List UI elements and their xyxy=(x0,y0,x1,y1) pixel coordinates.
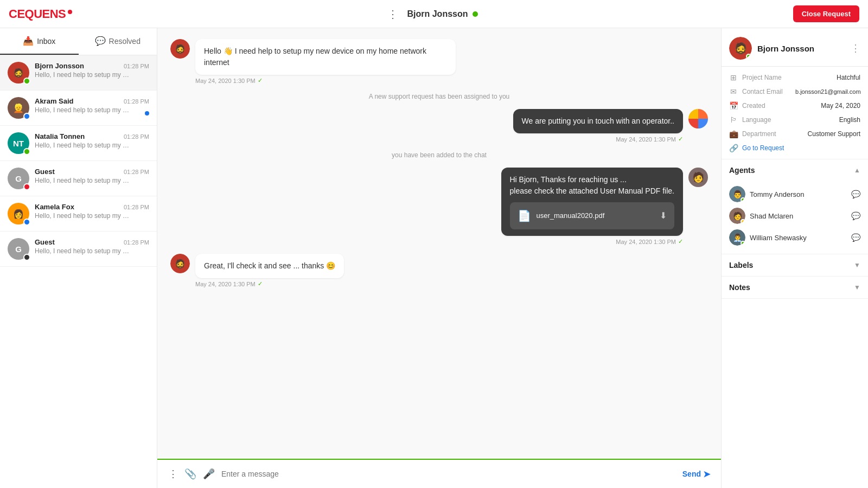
convo-name-1: Bjorn Jonsson xyxy=(35,62,84,70)
convo-item-4[interactable]: G Guest 01:28 PM Hello, I need help to s… xyxy=(0,161,157,196)
msg-timestamp-3: May 24, 2020 1:30 PM xyxy=(616,239,676,245)
email-icon: ✉ xyxy=(729,87,738,96)
info-row-email: ✉ Contact Email b.jonsson21@gmail.com xyxy=(729,87,860,96)
convo-item-6[interactable]: G Guest 01:28 PM Hello, I need help to s… xyxy=(0,232,157,267)
read-check-2: ✓ xyxy=(678,136,683,143)
attachment-icon[interactable]: 📎 xyxy=(184,468,196,480)
msg-bubble-2: We are putting you in touch with an oper… xyxy=(513,109,683,133)
status-badge-1 xyxy=(23,78,30,85)
avatar-guest2: G xyxy=(15,245,22,254)
msg-text-3: Hi Bjorn, Thanks for reaching us ...plea… xyxy=(510,174,675,197)
convo-preview-2: Hello, I need help to setup my new devic… xyxy=(35,106,132,114)
chat-area: 🧔 Hello 👋 I need help to setup my new de… xyxy=(157,28,722,488)
convo-time-2: 01:28 PM xyxy=(124,98,149,105)
msg-text-2: We are putting you in touch with an oper… xyxy=(522,117,674,125)
header-center: ⋮ Bjorn Jonsson xyxy=(387,8,477,21)
send-label: Send xyxy=(682,470,701,478)
info-row-created: 📅 Created May 24, 2020 xyxy=(729,101,860,110)
convo-preview-5: Hello, I need help to setup my new devic… xyxy=(35,212,132,220)
unread-indicator-2 xyxy=(145,111,149,115)
header-three-dots[interactable]: ⋮ xyxy=(387,8,398,21)
msg-content-3: Hi Bjorn, Thanks for reaching us ...plea… xyxy=(501,168,684,245)
avatar-natalia: NT xyxy=(13,139,24,148)
agent-message-icon-tommy[interactable]: 💬 xyxy=(851,190,860,198)
msg-time-2: May 24, 2020 1:30 PM ✓ xyxy=(513,136,683,143)
avatar-kamela: 👩 xyxy=(13,209,24,219)
msg-content-4: Great, I'll check it and see ... thanks … xyxy=(195,254,344,287)
convo-time-4: 01:28 PM xyxy=(124,169,149,175)
msg-bubble-4: Great, I'll check it and see ... thanks … xyxy=(195,254,344,278)
send-button[interactable]: Send ➤ xyxy=(682,469,710,479)
left-sidebar: 📥 Inbox 💬 Resolved 🧔 Bjorn Jons xyxy=(0,28,157,488)
agent-row-william: 👨‍💼 William Shewasky 💬 xyxy=(729,227,860,248)
convo-info-3: Natalia Tonnen 01:28 PM Hello, I need he… xyxy=(35,132,149,149)
agent-message-icon-william[interactable]: 💬 xyxy=(851,233,860,242)
notes-header[interactable]: Notes ▼ xyxy=(722,277,868,298)
message-input[interactable] xyxy=(221,466,676,481)
convo-info-1: Bjorn Jonsson 01:28 PM Hello, I need hel… xyxy=(35,62,149,79)
convo-item-2[interactable]: 👱 Akram Said 01:28 PM Hello, I need help… xyxy=(0,91,157,126)
convo-preview-1: Hello, I need help to setup my new devic… xyxy=(35,71,132,79)
msg-text-1: Hello 👋 I need help to setup my new devi… xyxy=(204,47,426,67)
message-3: 🧑 Hi Bjorn, Thanks for reaching us ...pl… xyxy=(170,168,708,245)
right-panel: 🧔 Bjorn Jonsson ⋮ ⊞ Project Name Hatchfu… xyxy=(722,28,868,488)
operator-avatar xyxy=(688,109,708,129)
notes-section: Notes ▼ xyxy=(722,277,868,299)
flag-icon: 🏳 xyxy=(729,115,738,124)
agents-section: Agents ▲ 👨 Tommy Anderson 💬 🧑 xyxy=(722,159,868,254)
input-icons: ⋮ 📎 🎤 xyxy=(168,468,215,480)
msg-timestamp-4: May 24, 2020 1:30 PM xyxy=(195,281,256,287)
avatar-akram: 👱 xyxy=(13,103,24,113)
agent-avatar-tommy: 👨 xyxy=(729,186,745,202)
status-badge-3 xyxy=(23,148,30,155)
convo-time-1: 01:28 PM xyxy=(124,63,149,69)
close-request-button[interactable]: Close Request xyxy=(793,5,859,22)
link-icon: 🔗 xyxy=(729,144,738,152)
message-4: 🧔 Great, I'll check it and see ... thank… xyxy=(170,254,708,287)
agent-status-tommy xyxy=(741,197,745,202)
convo-item-3[interactable]: NT Natalia Tonnen 01:28 PM Hello, I need… xyxy=(0,126,157,161)
right-panel-more-icon[interactable]: ⋮ xyxy=(851,42,860,54)
tab-inbox[interactable]: 📥 Inbox xyxy=(0,28,79,55)
agents-chevron-icon: ▲ xyxy=(854,166,860,174)
info-row-goto: 🔗 Go to Request xyxy=(729,144,860,152)
info-row-department: 💼 Department Customer Support xyxy=(729,130,860,138)
top-header: CEQUENS ⋮ Bjorn Jonsson Close Request xyxy=(0,0,868,28)
department-label: Department xyxy=(742,130,791,138)
convo-item-5[interactable]: 👩 Kamela Fox 01:28 PM Hello, I need help… xyxy=(0,196,157,232)
labels-header[interactable]: Labels ▼ xyxy=(722,254,868,276)
status-badge-6 xyxy=(23,254,30,261)
agent-list: 👨 Tommy Anderson 💬 🧑 Shad Mclaren 💬 xyxy=(722,181,868,254)
go-to-request-link[interactable]: Go to Request xyxy=(742,144,784,152)
project-name-label: Project Name xyxy=(742,74,791,81)
agent-row-shad: 🧑 Shad Mclaren 💬 xyxy=(729,205,860,227)
msg-timestamp-2: May 24, 2020 1:30 PM xyxy=(616,136,676,143)
tab-resolved[interactable]: 💬 Resolved xyxy=(79,28,157,55)
message-2: We are putting you in touch with an oper… xyxy=(170,109,708,143)
send-arrow-icon: ➤ xyxy=(703,469,710,479)
msg-time-4: May 24, 2020 1:30 PM ✓ xyxy=(195,280,344,287)
chat-messages: 🧔 Hello 👋 I need help to setup my new de… xyxy=(157,28,721,459)
logo: CEQUENS xyxy=(9,7,72,21)
agents-header[interactable]: Agents ▲ xyxy=(722,159,868,181)
convo-item-1[interactable]: 🧔 Bjorn Jonsson 01:28 PM Hello, I need h… xyxy=(0,55,157,91)
msg-avatar-bjorn-2: 🧔 xyxy=(170,254,190,273)
convo-preview-4: Hello, I need help to setup my new devic… xyxy=(35,177,132,184)
convo-name-3: Natalia Tonnen xyxy=(35,132,85,140)
msg-time-3: May 24, 2020 1:30 PM ✓ xyxy=(501,238,684,245)
msg-content-2: We are putting you in touch with an oper… xyxy=(513,109,683,143)
more-options-icon[interactable]: ⋮ xyxy=(168,468,178,480)
system-message-1: A new support request has been assigned … xyxy=(170,93,708,100)
chat-input-area: ⋮ 📎 🎤 Send ➤ xyxy=(157,459,721,488)
convo-name-4: Guest xyxy=(35,168,55,176)
microphone-icon[interactable]: 🎤 xyxy=(203,468,215,480)
right-online-dot xyxy=(746,54,751,59)
agent-message-icon-shad[interactable]: 💬 xyxy=(851,211,860,220)
convo-info-2: Akram Said 01:28 PM Hello, I need help t… xyxy=(35,97,149,114)
tab-resolved-label: Resolved xyxy=(109,37,141,46)
download-icon[interactable]: ⬇ xyxy=(660,209,667,222)
agent-name-william: William Shewasky xyxy=(750,234,847,242)
calendar-icon: 📅 xyxy=(729,101,738,110)
convo-time-5: 01:28 PM xyxy=(124,204,149,210)
read-check-3: ✓ xyxy=(678,238,683,245)
